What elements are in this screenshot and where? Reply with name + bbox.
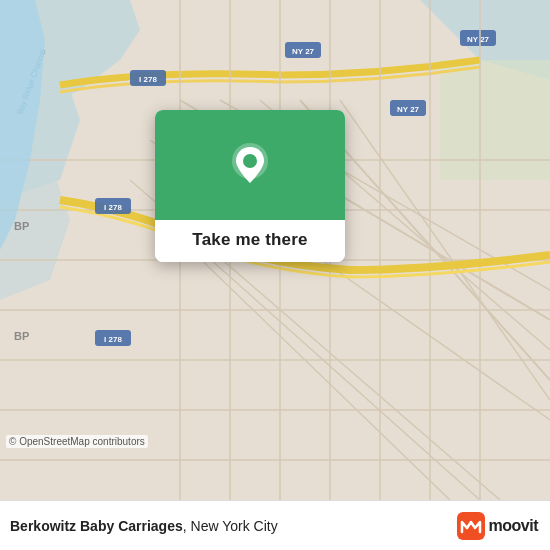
map-view[interactable]: I 278 NY 27 NY 27 NY 27 xyxy=(0,0,550,500)
moovit-brand-text: moovit xyxy=(489,517,538,535)
location-label: Berkowitz Baby Carriages, New York City xyxy=(10,518,457,534)
bottom-bar: Berkowitz Baby Carriages, New York City … xyxy=(0,500,550,550)
take-me-there-button[interactable]: Take me there xyxy=(192,230,307,250)
location-name: Berkowitz Baby Carriages xyxy=(10,518,183,534)
map-attribution: © OpenStreetMap contributors xyxy=(6,435,148,448)
svg-text:NY 27: NY 27 xyxy=(467,35,490,44)
svg-point-47 xyxy=(243,154,257,168)
moovit-logo: moovit xyxy=(457,512,538,540)
location-icon-wrap xyxy=(224,139,276,191)
svg-text:BP: BP xyxy=(14,330,29,342)
svg-text:NY 27: NY 27 xyxy=(397,105,420,114)
moovit-icon xyxy=(457,512,485,540)
popup-button-area[interactable]: Take me there xyxy=(155,220,345,262)
popup-header xyxy=(155,110,345,220)
svg-text:I 278: I 278 xyxy=(139,75,157,84)
city-separator: , xyxy=(183,518,191,534)
location-popup: Take me there xyxy=(155,110,345,262)
city-name: New York City xyxy=(191,518,278,534)
svg-text:I 278: I 278 xyxy=(104,203,122,212)
svg-text:I 278: I 278 xyxy=(104,335,122,344)
svg-text:NY 27: NY 27 xyxy=(292,47,315,56)
svg-text:BP: BP xyxy=(14,220,29,232)
location-pin-icon xyxy=(224,139,276,191)
